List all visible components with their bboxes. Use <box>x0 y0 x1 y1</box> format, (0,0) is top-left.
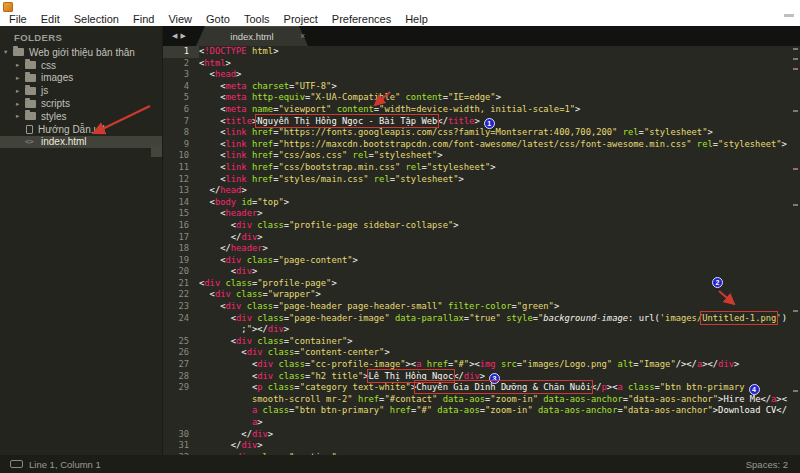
line-number: 18 <box>163 243 199 255</box>
menu-tools[interactable]: Tools <box>237 13 277 25</box>
folder-icon <box>25 74 36 82</box>
code-row: 6 <meta name="viewport" content="width=d… <box>163 104 800 116</box>
line-number: 10 <box>163 150 199 162</box>
code-row: a> <box>163 417 800 429</box>
code-line: <meta name="viewport" content="width=dev… <box>199 104 580 116</box>
code-row: a class="btn btn-primary" href="#" data-… <box>163 405 800 417</box>
line-number: 26 <box>163 347 199 359</box>
menu-goto[interactable]: Goto <box>199 13 237 25</box>
sidebar-scrollbar[interactable] <box>151 146 162 157</box>
caret-position: Line 1, Column 1 <box>29 459 101 470</box>
code-line: <link href="css/aos.css" rel="stylesheet… <box>199 150 443 162</box>
code-line: <link href="https://maxcdn.bootstrapcdn.… <box>199 139 787 151</box>
menu-edit[interactable]: Edit <box>34 13 67 25</box>
sidebar-item-css[interactable]: ▸css <box>0 59 162 72</box>
code-line: smooth-scroll mr-2" href="#contact" data… <box>199 394 787 406</box>
sidebar-item-js[interactable]: ▸js <box>0 84 162 97</box>
menu-preferences[interactable]: Preferences <box>325 13 398 25</box>
minimap[interactable] <box>791 46 800 455</box>
indent-setting[interactable]: Spaces: 2 <box>746 459 788 470</box>
disclosure-triangle-icon[interactable]: ▸ <box>16 74 25 82</box>
line-number: 15 <box>163 208 199 220</box>
line-number: 29 <box>163 382 199 394</box>
menu-view[interactable]: View <box>161 13 199 25</box>
disclosure-triangle-icon[interactable]: ▸ <box>16 100 25 108</box>
line-number: 22 <box>163 289 199 301</box>
sidebar-item-styles[interactable]: ▸styles <box>0 110 162 123</box>
sidebar-item-index-html[interactable]: index.html <box>0 136 162 149</box>
line-number: 8 <box>163 127 199 139</box>
tab-index-html[interactable]: index.html <box>196 26 308 46</box>
item-label: Web giới thiệu bản thân <box>29 47 135 58</box>
sidebar-item-scripts[interactable]: ▸scripts <box>0 97 162 110</box>
tab-scroll-left-icon[interactable]: ◀ <box>172 32 177 39</box>
title-bar: FileEditSelectionFindViewGotoToolsProjec… <box>0 0 800 26</box>
line-number: 23 <box>163 301 199 313</box>
sidebar-item-images[interactable]: ▸images <box>0 72 162 85</box>
code-line: <div class="container"> <box>199 336 353 348</box>
code-line: <div class="page-header page-header-smal… <box>199 301 559 313</box>
code-line: </head> <box>199 185 247 197</box>
tab-close-icon[interactable]: × <box>300 31 305 41</box>
menu-selection[interactable]: Selection <box>67 13 126 25</box>
code-row: 30 </div> <box>163 429 800 441</box>
status-panel-icon[interactable] <box>10 460 23 468</box>
disclosure-triangle-icon[interactable]: ▸ <box>16 61 25 69</box>
code-line: <div class="page-content"> <box>199 255 358 267</box>
menu-help[interactable]: Help <box>398 13 435 25</box>
code-row: 21<div class="profile-page"> <box>163 278 800 290</box>
code-line: <div class="cc-profile-image"><a href="#… <box>199 359 739 371</box>
tab-bar: ◀▶ index.html × <box>163 26 800 46</box>
folder-icon <box>25 112 36 120</box>
tab-label: index.html <box>230 31 273 42</box>
menu-bar: FileEditSelectionFindViewGotoToolsProjec… <box>2 12 435 26</box>
folder-icon <box>25 100 36 108</box>
line-number: 12 <box>163 174 199 186</box>
sidebar-item-h-ng-d-n-url[interactable]: Hướng Dẫn.url <box>0 123 162 136</box>
menu-find[interactable]: Find <box>126 13 161 25</box>
tab-scroll-arrows: ◀▶ <box>172 32 189 40</box>
window-control-icon[interactable] <box>784 14 794 17</box>
tab-scroll-right-icon[interactable]: ▶ <box>180 32 185 39</box>
code-line: <link href="https://fonts.googleapis.com… <box>199 127 713 139</box>
line-number: 30 <box>163 429 199 441</box>
folder-icon <box>25 87 36 95</box>
code-row: 20 <div> <box>163 266 800 278</box>
code-line: a class="btn btn-primary" href="#" data-… <box>199 405 787 417</box>
line-number: 21 <box>163 278 199 290</box>
code-editor[interactable]: 1<!DOCTYPE html>2<html>3 <head>4 <meta c… <box>163 46 800 455</box>
item-label: js <box>41 85 48 96</box>
line-number: 11 <box>163 162 199 174</box>
disclosure-triangle-icon[interactable]: ▾ <box>4 48 13 56</box>
line-number: 6 <box>163 104 199 116</box>
line-number: 5 <box>163 92 199 104</box>
menu-file[interactable]: File <box>2 13 34 25</box>
code-line: <meta http-equiv="X-UA-Compatible" conte… <box>199 92 501 104</box>
menu-project[interactable]: Project <box>277 13 325 25</box>
item-label: index.html <box>41 136 87 147</box>
item-label: css <box>41 60 56 71</box>
line-number: 31 <box>163 440 199 452</box>
code-row: 18 </header> <box>163 243 800 255</box>
disclosure-triangle-icon[interactable]: ▸ <box>16 87 25 95</box>
file-icon <box>26 125 33 134</box>
code-line: <div class="wrapper"> <box>199 289 321 301</box>
code-line: <!DOCTYPE html> <box>199 46 278 58</box>
code-row: 24 <div class="page-header-image" data-p… <box>163 313 800 325</box>
code-line: <html> <box>199 58 231 70</box>
annotation-badge-2: 2 <box>712 277 723 288</box>
code-row: 27 <div class="cc-profile-image"><a href… <box>163 359 800 371</box>
disclosure-triangle-icon[interactable]: ▸ <box>16 112 25 120</box>
line-number: 28 <box>163 371 199 383</box>
code-row: ;"></div> <box>163 324 800 336</box>
item-label: Hướng Dẫn.url <box>38 124 105 135</box>
line-number: 7 <box>163 116 199 128</box>
code-row: 10 <link href="css/aos.css" rel="stylesh… <box>163 150 800 162</box>
code-icon <box>25 137 38 146</box>
sidebar-item-web-gi-i-thi-u-b-n-th-n[interactable]: ▾Web giới thiệu bản thân <box>0 46 162 59</box>
code-row: 22 <div class="wrapper"> <box>163 289 800 301</box>
code-line: <title>Nguyễn Thị Hồng Ngọc - Bài Tập We… <box>199 116 495 128</box>
code-row: 9 <link href="https://maxcdn.bootstrapcd… <box>163 139 800 151</box>
line-number: 27 <box>163 359 199 371</box>
line-number <box>163 394 199 406</box>
